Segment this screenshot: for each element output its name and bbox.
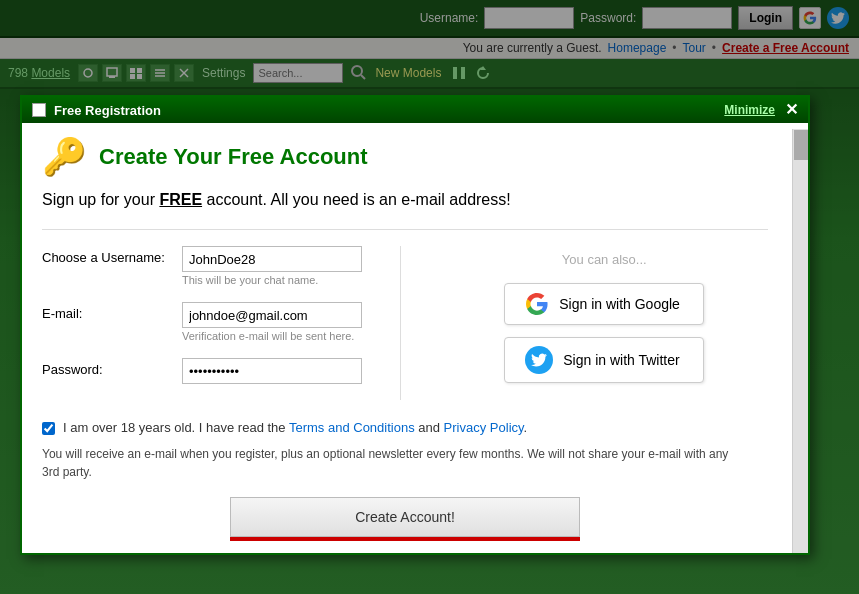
modal-titlebar: Free Registration Minimize ✕ [22,97,808,123]
username-field-wrap: This will be your chat name. [182,246,370,286]
form-left: Choose a Username: This will be your cha… [42,246,401,400]
modal-overlay: Free Registration Minimize ✕ 🔑 Create Yo… [0,0,859,594]
modal-title-left: Free Registration [32,103,161,118]
create-account-wrap: Create Account! [42,497,768,537]
tagline-part1: Sign up for your [42,191,159,208]
twitter-signin-button[interactable]: Sign in with Twitter [504,337,704,383]
password-row: Password: [42,358,370,384]
minimize-button[interactable]: Minimize [724,103,775,117]
you-can-also: You can also... [562,252,647,267]
form-divider [42,229,768,230]
modal-scrollbar[interactable] [792,129,808,553]
email-field[interactable] [182,302,362,328]
tagline-part2: account. All you need is an e-mail addre… [202,191,511,208]
age-checkbox[interactable] [42,422,55,435]
email-field-wrap: Verification e-mail will be sent here. [182,302,370,342]
modal-controls: Minimize ✕ [724,102,798,118]
checkbox-area: I am over 18 years old. I have read the … [42,420,768,435]
modal-title: Free Registration [54,103,161,118]
email-hint: Verification e-mail will be sent here. [182,330,370,342]
form-right: You can also... Sign in with Google [401,246,769,400]
twitter-icon [525,346,553,374]
terms-link[interactable]: Terms and Conditions [289,420,415,435]
password-label: Password: [42,358,182,377]
google-signin-label: Sign in with Google [559,296,680,312]
key-icon: 🔑 [42,139,87,175]
registration-modal: Free Registration Minimize ✕ 🔑 Create Yo… [20,95,810,555]
form-layout: Choose a Username: This will be your cha… [42,246,768,400]
username-row: Choose a Username: This will be your cha… [42,246,370,286]
create-header: 🔑 Create Your Free Account [42,139,768,175]
username-field[interactable] [182,246,362,272]
checkbox-period: . [524,420,528,435]
close-button[interactable]: ✕ [785,102,798,118]
modal-body: 🔑 Create Your Free Account Sign up for y… [22,123,808,553]
modal-title-icon [32,103,46,117]
username-hint: This will be your chat name. [182,274,370,286]
email-row: E-mail: Verification e-mail will be sent… [42,302,370,342]
create-account-button[interactable]: Create Account! [230,497,580,537]
signup-tagline: Sign up for your FREE account. All you n… [42,191,768,209]
privacy-link[interactable]: Privacy Policy [444,420,524,435]
email-label: E-mail: [42,302,182,321]
username-label: Choose a Username: [42,246,182,265]
modal-inner: 🔑 Create Your Free Account Sign up for y… [42,139,788,541]
twitter-signin-label: Sign in with Twitter [563,352,679,368]
scrollbar-thumb[interactable] [794,130,808,160]
red-underline [230,537,580,541]
newsletter-note: You will receive an e-mail when you regi… [42,445,768,481]
checkbox-text-before: I am over 18 years old. I have read the [63,420,289,435]
create-title: Create Your Free Account [99,144,368,170]
checkbox-label: I am over 18 years old. I have read the … [63,420,527,435]
checkbox-and: and [415,420,444,435]
free-text: FREE [159,191,202,208]
newsletter-text: You will receive an e-mail when you regi… [42,447,728,479]
password-field-wrap [182,358,370,384]
google-signin-button[interactable]: Sign in with Google [504,283,704,325]
password-field[interactable] [182,358,362,384]
google-icon [525,292,549,316]
